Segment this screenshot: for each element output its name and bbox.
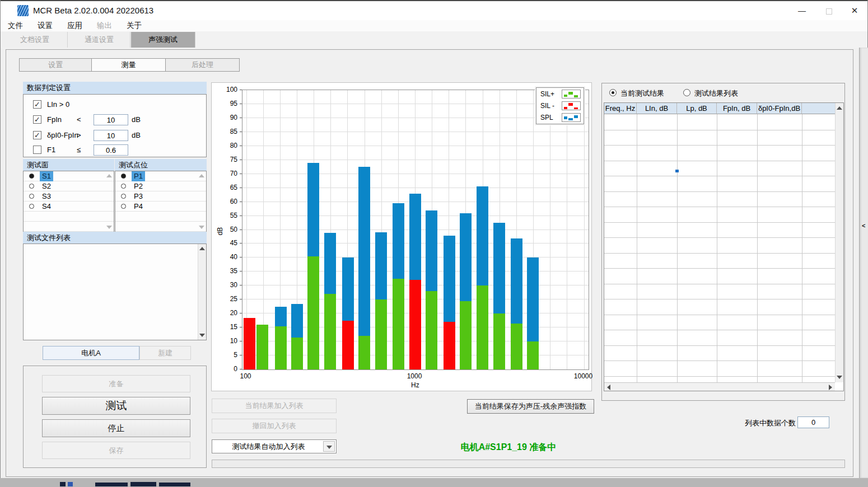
criteria-value-input-1[interactable] (94, 114, 128, 125)
new-button[interactable]: 新建 (139, 346, 191, 360)
point-item-3[interactable]: P4 (132, 202, 145, 212)
surface-radio-icon-3[interactable] (29, 204, 34, 209)
point-scroll-down-icon[interactable] (199, 226, 204, 229)
criteria-checkbox-2[interactable]: ✓ (33, 131, 41, 139)
radio-current-results[interactable] (609, 89, 617, 96)
surface-row-3[interactable]: S4 (24, 202, 114, 212)
bar-sil-5000 (527, 341, 539, 369)
scroll-up-icon[interactable] (837, 106, 842, 110)
point-radio-icon-1[interactable] (121, 184, 126, 189)
subtab-0[interactable]: 设置 (20, 59, 92, 71)
surface-scroll-up-icon[interactable] (106, 174, 112, 177)
point-row-3[interactable]: P4 (115, 202, 206, 212)
point-radio-icon-3[interactable] (121, 204, 126, 209)
table-vertical-scrollbar[interactable] (835, 103, 843, 382)
app-logo-icon (17, 5, 29, 16)
table-header-0: Freq., Hz (604, 103, 637, 114)
point-row-0[interactable]: P1 (115, 171, 206, 181)
surface-row-1[interactable]: S2 (24, 181, 114, 191)
point-item-2[interactable]: P3 (132, 191, 145, 202)
y-tick-90: 90 (221, 114, 237, 121)
bar-sil-3150 (493, 313, 505, 369)
tab-2[interactable]: 声强测试 (131, 32, 195, 48)
point-scroll-up-icon[interactable] (199, 174, 204, 177)
scroll-down-icon[interactable] (199, 334, 205, 337)
criteria-value-input-2[interactable] (94, 130, 128, 141)
surface-radio-icon-1[interactable] (29, 184, 34, 189)
save-pressure-button[interactable]: 当前结果保存为声压-残余声强指数 (467, 399, 594, 414)
legend-row-1: SIL - (536, 100, 584, 111)
bar-sil-400 (342, 321, 354, 369)
surface-list[interactable]: S1S2S3S4 (23, 171, 114, 232)
combobox-dropdown-button[interactable] (323, 441, 335, 452)
maximize-button[interactable] (816, 1, 842, 20)
menu-item-4[interactable]: 关于 (119, 20, 149, 31)
criteria-checkbox-3[interactable] (33, 146, 41, 154)
subtab-1[interactable]: 测量 (92, 59, 165, 71)
file-list[interactable] (23, 244, 207, 340)
legend-label-2: SPL (540, 114, 553, 121)
table-horizontal-scrollbar[interactable] (604, 382, 835, 391)
menu-item-0[interactable]: 文件 (1, 20, 30, 31)
surface-item-1[interactable]: S2 (40, 181, 53, 191)
criteria-checkbox-1[interactable]: ✓ (33, 115, 41, 124)
surface-item-3[interactable]: S4 (40, 202, 53, 212)
criteria-checkbox-0[interactable]: ✓ (33, 100, 41, 109)
menu-item-2[interactable]: 应用 (60, 20, 90, 31)
scroll-up-icon[interactable] (199, 247, 205, 250)
undo-add-button[interactable]: 撤回加入列表 (212, 419, 337, 433)
surface-item-2[interactable]: S3 (40, 191, 53, 202)
scroll-down-icon[interactable] (837, 376, 842, 379)
legend-label-0: SIL+ (540, 90, 554, 98)
criteria-value-input-3[interactable] (94, 144, 128, 156)
point-list[interactable]: P1P2P3P4 (115, 171, 207, 232)
stop-button[interactable]: 停止 (42, 419, 190, 437)
radio-result-list[interactable] (683, 89, 690, 96)
background-window-sliver (0, 478, 868, 487)
prepare-button[interactable]: 准备 (42, 375, 190, 392)
bar-spl-315 (324, 233, 336, 294)
surface-row-0[interactable]: S1 (24, 171, 114, 181)
list-count-input[interactable] (797, 416, 829, 428)
gridline-h (242, 160, 589, 160)
minimize-button[interactable]: — (789, 1, 815, 20)
point-row-2[interactable]: P3 (115, 191, 206, 202)
add-result-button[interactable]: 当前结果加入列表 (212, 399, 337, 413)
table-row-line (604, 268, 835, 269)
scroll-left-icon[interactable] (607, 385, 610, 390)
auto-add-combobox[interactable]: 测试结果自动加入列表 (212, 439, 337, 453)
y-tick-95: 95 (221, 100, 237, 107)
surface-radio-icon-0[interactable] (29, 174, 34, 179)
table-row-line (604, 284, 835, 284)
motor-a-button[interactable]: 电机A (43, 346, 139, 360)
point-radio-icon-0[interactable] (121, 174, 126, 179)
y-tickmark (240, 369, 242, 369)
menu-item-1[interactable]: 设置 (30, 20, 60, 31)
point-item-1[interactable]: P2 (132, 181, 145, 191)
save-button[interactable]: 保存 (42, 442, 190, 459)
file-list-scrollbar[interactable] (198, 244, 206, 340)
application-window: MCR Beta 2.02.0.004 20220613 — ✕ 文件设置应用输… (0, 0, 868, 487)
subtab-2[interactable]: 后处理 (166, 59, 239, 71)
surface-item-0[interactable]: S1 (40, 171, 53, 181)
point-item-0[interactable]: P1 (132, 171, 145, 181)
bar-spl-4000 (511, 238, 522, 324)
menu-item-3[interactable]: 输出 (90, 20, 119, 31)
gridline-h (242, 174, 589, 174)
point-radio-icon-2[interactable] (121, 194, 126, 199)
surface-scroll-down-icon[interactable] (106, 226, 112, 229)
side-collapse-strip[interactable]: < (859, 48, 868, 478)
legend-sil--icon (562, 101, 581, 110)
tab-1[interactable]: 通道设置 (68, 32, 130, 48)
surface-row-2[interactable]: S3 (24, 191, 114, 202)
close-button[interactable]: ✕ (842, 1, 867, 20)
title-bar: MCR Beta 2.02.0.004 20220613 — ✕ (1, 1, 867, 20)
tab-0[interactable]: 文档设置 (2, 32, 68, 48)
test-button[interactable]: 测试 (42, 397, 190, 415)
legend-sil+-icon (562, 90, 581, 99)
surface-radio-icon-2[interactable] (29, 194, 34, 199)
point-row-1[interactable]: P2 (115, 181, 206, 191)
y-tick-65: 65 (221, 184, 237, 191)
scroll-right-icon[interactable] (829, 385, 832, 390)
criteria-header: 数据判定设置 (23, 82, 207, 94)
